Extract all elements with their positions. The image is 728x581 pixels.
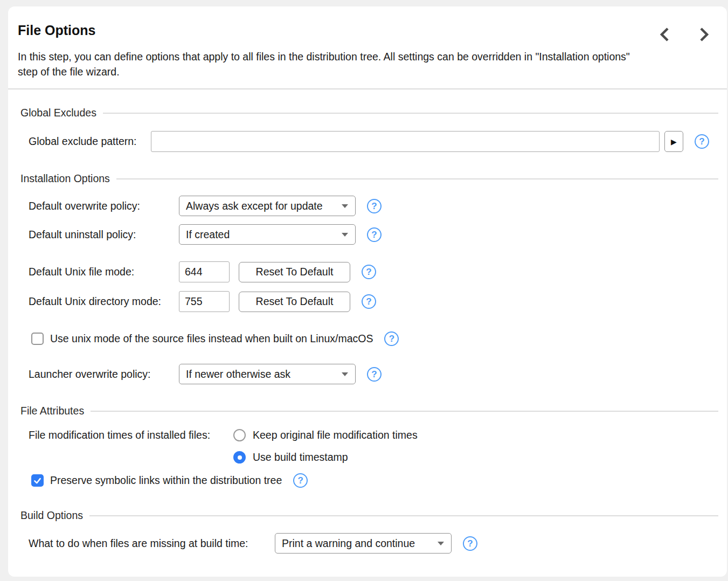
default-unix-directory-mode-label: Default Unix directory mode: — [29, 295, 179, 308]
help-icon[interactable]: ? — [695, 134, 709, 149]
default-uninstall-policy-select[interactable]: If created — [179, 224, 356, 245]
global-exclude-pattern-input[interactable] — [151, 131, 660, 152]
help-icon[interactable]: ? — [463, 536, 477, 551]
section-divider-line — [91, 411, 718, 412]
launcher-overwrite-policy-label: Launcher overwrite policy: — [29, 368, 179, 381]
default-unix-directory-mode-input[interactable] — [179, 291, 230, 312]
play-triangle-icon: ▶ — [671, 137, 677, 146]
default-unix-file-mode-row: Default Unix file mode: Reset To Default… — [29, 261, 718, 282]
global-exclude-pattern-label: Global exclude pattern: — [29, 135, 151, 148]
use-unix-mode-row: Use unix mode of the source files instea… — [31, 331, 718, 346]
launcher-overwrite-policy-select[interactable]: If newer otherwise ask — [179, 364, 356, 384]
section-divider-line — [116, 178, 718, 179]
default-overwrite-policy-row: Default overwrite policy: Always ask exc… — [29, 196, 718, 216]
use-build-timestamp-radio[interactable] — [233, 451, 246, 464]
default-uninstall-policy-label: Default uninstall policy: — [29, 229, 179, 241]
preserve-symlinks-checkbox[interactable] — [31, 474, 44, 487]
selected-value: If created — [186, 229, 230, 241]
default-overwrite-policy-label: Default overwrite policy: — [29, 200, 179, 212]
help-icon[interactable]: ? — [367, 199, 382, 213]
chevron-down-icon — [342, 204, 348, 208]
keep-original-times-label: Keep original file modification times — [253, 429, 418, 441]
default-unix-file-mode-input[interactable] — [179, 261, 230, 282]
file-modification-times-label: File modification times of installed fil… — [29, 429, 233, 441]
missing-files-row: What to do when files are missing at bui… — [29, 533, 718, 554]
chevron-down-icon — [342, 233, 348, 237]
section-title: Installation Options — [20, 172, 110, 185]
selected-value: Print a warning and continue — [282, 537, 415, 550]
preserve-symlinks-row: Preserve symbolic links within the distr… — [31, 473, 718, 488]
previous-step-icon[interactable] — [657, 26, 674, 43]
section-title: Global Excludes — [20, 107, 96, 119]
preserve-symlinks-label: Preserve symbolic links within the distr… — [50, 474, 282, 487]
use-unix-mode-checkbox[interactable] — [31, 333, 44, 345]
section-title: File Attributes — [20, 405, 84, 417]
launcher-overwrite-policy-row: Launcher overwrite policy: If newer othe… — [29, 364, 718, 384]
next-step-icon[interactable] — [695, 26, 712, 43]
expand-pattern-button[interactable]: ▶ — [664, 131, 683, 152]
help-icon[interactable]: ? — [362, 294, 376, 309]
global-exclude-pattern-row: Global exclude pattern: ▶ ? — [29, 131, 718, 152]
use-build-timestamp-label: Use build timestamp — [253, 451, 348, 464]
chevron-down-icon — [438, 542, 444, 545]
reset-file-mode-button[interactable]: Reset To Default — [239, 262, 350, 282]
page-title: File Options — [18, 23, 716, 38]
section-global-excludes: Global Excludes — [20, 107, 718, 119]
checkmark-icon — [33, 476, 42, 485]
help-icon[interactable]: ? — [367, 367, 382, 382]
section-divider-line — [89, 515, 718, 516]
missing-files-select[interactable]: Print a warning and continue — [275, 533, 452, 554]
section-title: Build Options — [20, 509, 83, 522]
reset-directory-mode-button[interactable]: Reset To Default — [239, 292, 350, 312]
default-uninstall-policy-row: Default uninstall policy: If created ? — [29, 224, 718, 245]
section-divider-line — [103, 113, 718, 114]
panel-header: File Options In this step, you can defin… — [8, 6, 727, 79]
selected-value: Always ask except for update — [186, 200, 323, 212]
header-divider — [8, 88, 727, 89]
default-overwrite-policy-select[interactable]: Always ask except for update — [179, 196, 356, 216]
file-options-panel: File Options In this step, you can defin… — [8, 6, 727, 577]
default-unix-directory-mode-row: Default Unix directory mode: Reset To De… — [29, 291, 718, 312]
missing-files-label: What to do when files are missing at bui… — [29, 537, 275, 550]
chevron-down-icon — [342, 372, 348, 376]
section-file-attributes: File Attributes — [20, 405, 718, 417]
default-unix-file-mode-label: Default Unix file mode: — [29, 266, 179, 278]
help-icon[interactable]: ? — [293, 473, 308, 488]
step-description: In this step, you can define options tha… — [18, 49, 651, 79]
help-icon[interactable]: ? — [384, 331, 399, 346]
section-installation-options: Installation Options — [20, 172, 718, 185]
keep-original-times-radio[interactable] — [233, 429, 246, 441]
help-icon[interactable]: ? — [367, 227, 382, 242]
help-icon[interactable]: ? — [362, 265, 376, 279]
use-unix-mode-label: Use unix mode of the source files instea… — [50, 333, 373, 345]
selected-value: If newer otherwise ask — [186, 368, 290, 381]
wizard-navigation — [657, 26, 712, 43]
section-build-options: Build Options — [20, 509, 718, 522]
use-build-timestamp-row: Use build timestamp — [29, 451, 718, 464]
file-modification-times-row: File modification times of installed fil… — [29, 429, 718, 441]
